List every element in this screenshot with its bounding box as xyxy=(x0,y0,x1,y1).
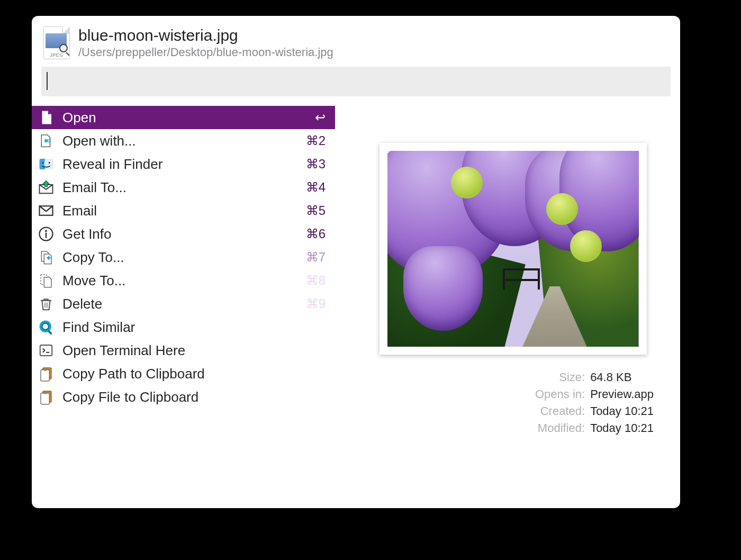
meta-size-label: Size: xyxy=(535,371,585,384)
action-copy-file[interactable]: Copy File to Clipboard xyxy=(32,385,335,409)
action-reveal-finder[interactable]: Reveal in Finder ⌘3 xyxy=(32,152,335,176)
action-label: Copy File to Clipboard xyxy=(62,389,318,405)
action-shortcut: ⌘8 xyxy=(306,273,326,288)
meta-modified-label: Modified: xyxy=(535,421,585,435)
svg-point-7 xyxy=(45,230,47,232)
launcher-window: JPEG blue-moon-wisteria.jpg /Users/prepp… xyxy=(32,16,680,508)
action-open[interactable]: Open ↩ xyxy=(32,106,335,129)
svg-rect-1 xyxy=(46,159,53,169)
terminal-icon xyxy=(37,342,55,358)
action-shortcut: ↩ xyxy=(315,110,326,125)
action-shortcut: ⌘9 xyxy=(306,296,326,311)
action-move-to[interactable]: Move To... ⌘8 xyxy=(32,269,335,292)
action-label: Move To... xyxy=(62,273,299,289)
clipboard-file-icon xyxy=(37,389,55,405)
meta-created-value: Today 10:21 xyxy=(590,404,654,418)
move-to-icon xyxy=(37,273,55,288)
action-label: Open with... xyxy=(62,133,299,149)
email-icon xyxy=(37,203,55,219)
copy-to-icon xyxy=(37,249,55,265)
file-header: JPEG blue-moon-wisteria.jpg /Users/prepp… xyxy=(32,16,680,67)
trash-icon xyxy=(37,296,55,312)
action-label: Reveal in Finder xyxy=(62,156,299,173)
svg-rect-19 xyxy=(43,392,47,394)
document-icon xyxy=(37,110,55,125)
info-icon xyxy=(37,226,55,242)
meta-opens-value: Preview.app xyxy=(590,387,654,401)
file-thumbnail-tag: JPEG xyxy=(44,52,69,58)
svg-point-2 xyxy=(42,162,43,164)
search-icon xyxy=(37,319,55,335)
svg-rect-15 xyxy=(41,370,49,381)
meta-size-value: 64.8 KB xyxy=(590,371,654,384)
preview-frame xyxy=(379,143,647,355)
action-label: Email To... xyxy=(62,179,299,196)
finder-icon xyxy=(37,156,55,172)
action-label: Copy To... xyxy=(62,249,299,266)
open-with-icon xyxy=(37,133,55,149)
action-label: Find Similar xyxy=(62,319,318,336)
search-field[interactable] xyxy=(41,67,671,96)
action-email[interactable]: Email ⌘5 xyxy=(32,199,335,222)
action-label: Open Terminal Here xyxy=(62,342,318,359)
action-label: Open xyxy=(62,110,308,126)
action-copy-path[interactable]: Copy Path to Clipboard xyxy=(32,362,335,385)
file-name: blue-moon-wisteria.jpg xyxy=(78,26,333,44)
action-shortcut: ⌘4 xyxy=(306,180,326,195)
preview-image xyxy=(387,151,639,347)
file-path: /Users/preppeller/Desktop/blue-moon-wist… xyxy=(78,46,333,59)
search-input[interactable] xyxy=(41,67,671,96)
action-email-to[interactable]: Email To... ⌘4 xyxy=(32,176,335,199)
svg-rect-18 xyxy=(41,393,49,404)
file-thumbnail: JPEG xyxy=(43,26,70,59)
action-shortcut: ⌘2 xyxy=(306,133,326,148)
meta-created-label: Created: xyxy=(535,404,585,418)
svg-point-3 xyxy=(49,162,50,164)
svg-rect-12 xyxy=(47,330,52,335)
clipboard-icon xyxy=(37,366,55,382)
meta-modified-value: Today 10:21 xyxy=(590,421,654,435)
action-shortcut: ⌘5 xyxy=(306,203,326,218)
action-delete[interactable]: Delete ⌘9 xyxy=(32,292,335,315)
svg-rect-8 xyxy=(46,233,47,238)
action-label: Get Info xyxy=(62,226,299,242)
action-label: Email xyxy=(62,203,299,219)
action-find-similar[interactable]: Find Similar xyxy=(32,315,335,339)
preview-pane: Size: 64.8 KB Opens in: Preview.app Crea… xyxy=(335,106,680,435)
email-to-icon xyxy=(37,179,55,195)
action-label: Delete xyxy=(62,296,299,312)
action-shortcut: ⌘7 xyxy=(306,250,326,265)
svg-rect-13 xyxy=(40,345,52,356)
action-get-info[interactable]: Get Info ⌘6 xyxy=(32,222,335,246)
meta-opens-label: Opens in: xyxy=(535,387,585,401)
file-metadata: Size: 64.8 KB Opens in: Preview.app Crea… xyxy=(535,371,659,435)
svg-rect-16 xyxy=(43,369,47,371)
action-open-terminal[interactable]: Open Terminal Here xyxy=(32,339,335,362)
action-shortcut: ⌘3 xyxy=(306,157,326,171)
action-shortcut: ⌘6 xyxy=(306,227,326,241)
action-copy-to[interactable]: Copy To... ⌘7 xyxy=(32,246,335,269)
action-label: Copy Path to Clipboard xyxy=(62,366,318,382)
action-open-with[interactable]: Open with... ⌘2 xyxy=(32,129,335,152)
action-list: Open ↩ Open with... ⌘2 Reveal in Finder … xyxy=(32,106,335,435)
